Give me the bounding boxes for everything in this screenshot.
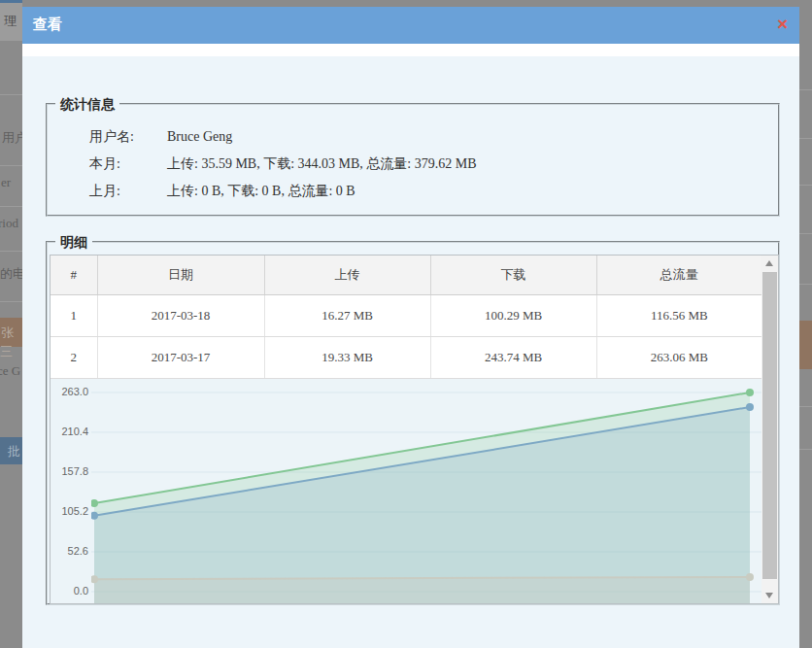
- traffic-table: #日期上传下载总流量 12017-03-1816.27 MB100.29 MB1…: [51, 256, 761, 379]
- background-text-fragment: riod: [0, 216, 18, 231]
- stat-label: 上月:: [89, 183, 167, 200]
- arrow-up-icon: [765, 260, 773, 266]
- row-divider: [0, 251, 22, 252]
- background-tab: 理: [0, 0, 22, 41]
- background-selected-row: 张三: [0, 318, 22, 347]
- stats-legend: 统计信息: [55, 96, 119, 114]
- table-cell: 116.56 MB: [596, 294, 761, 336]
- traffic-table-body: 12017-03-1816.27 MB100.29 MB116.56 MB220…: [51, 294, 761, 378]
- arrow-down-icon: [765, 593, 773, 598]
- table-cell: 100.29 MB: [430, 294, 596, 336]
- row-divider: [0, 301, 22, 302]
- scrollbar-thumb[interactable]: [762, 272, 777, 579]
- table-cell: 2017-03-17: [97, 336, 264, 378]
- stat-row-username: 用户名:Bruce Geng: [89, 128, 768, 148]
- dialog-body: 统计信息 用户名:Bruce Geng 本月:上传: 35.59 MB, 下载:…: [22, 44, 799, 648]
- row-divider: [799, 284, 812, 285]
- y-axis-tick-label: 210.4: [51, 426, 88, 437]
- column-header: 总流量: [596, 256, 761, 294]
- column-header: #: [51, 256, 97, 294]
- traffic-table-header: #日期上传下载总流量: [51, 256, 761, 294]
- details-legend: 明细: [55, 234, 92, 252]
- stat-value: 上传: 0 B, 下载: 0 B, 总流量: 0 B: [167, 184, 355, 198]
- row-divider: [799, 233, 812, 234]
- y-axis-tick-label: 263.0: [51, 386, 88, 397]
- table-cell: 263.06 MB: [596, 336, 761, 378]
- y-axis-tick-label: 157.8: [51, 465, 88, 477]
- details-fieldset: 明细 #日期上传下载总流量 12017-03-1816.27 MB100.29 …: [46, 241, 780, 605]
- view-dialog: 查看 × 统计信息 用户名:Bruce Geng 本月:上传: 35.59 MB…: [22, 7, 799, 648]
- stat-row-this-month: 本月:上传: 35.59 MB, 下载: 344.03 MB, 总流量: 379…: [89, 155, 768, 175]
- traffic-chart: 263.0210.4157.8105.252.60.0: [51, 379, 761, 603]
- stat-value: 上传: 35.59 MB, 下载: 344.03 MB, 总流量: 379.62…: [167, 156, 477, 171]
- stat-label: 用户名:: [89, 128, 167, 146]
- dialog-title: 查看: [33, 16, 62, 34]
- row-divider: [799, 406, 812, 407]
- row-divider: [0, 165, 22, 166]
- close-icon[interactable]: ×: [777, 15, 788, 34]
- row-divider: [799, 138, 812, 139]
- table-cell: 16.27 MB: [264, 294, 430, 336]
- traffic-chart-svg: [91, 379, 761, 603]
- table-cell: 2017-03-18: [97, 294, 264, 336]
- data-point-下载[interactable]: [746, 403, 754, 411]
- table-row[interactable]: 12017-03-1816.27 MB100.29 MB116.56 MB: [51, 294, 761, 336]
- background-text-fragment: er: [1, 175, 11, 190]
- scroll-up-button[interactable]: [761, 256, 778, 271]
- row-divider: [799, 89, 812, 90]
- table-cell: 2: [51, 336, 97, 378]
- y-axis-tick-label: 52.6: [51, 545, 88, 557]
- stats-fieldset: 统计信息 用户名:Bruce Geng 本月:上传: 35.59 MB, 下载:…: [46, 103, 780, 217]
- dialog-titlebar[interactable]: 查看 ×: [22, 7, 799, 44]
- stat-row-last-month: 上月:上传: 0 B, 下载: 0 B, 总流量: 0 B: [89, 183, 768, 202]
- background-batch-button: 批: [0, 437, 22, 464]
- details-panel: #日期上传下载总流量 12017-03-1816.27 MB100.29 MB1…: [50, 255, 779, 604]
- row-divider: [0, 94, 22, 95]
- table-cell: 19.33 MB: [264, 336, 430, 378]
- scroll-down-button[interactable]: [761, 588, 778, 603]
- vertical-scrollbar[interactable]: [761, 256, 778, 603]
- row-divider: [799, 185, 812, 186]
- data-point-总流量[interactable]: [746, 389, 754, 396]
- dialog-content: 统计信息 用户名:Bruce Geng 本月:上传: 35.59 MB, 下载:…: [22, 56, 799, 648]
- background-selected-row: [799, 321, 812, 369]
- data-point-上传[interactable]: [746, 573, 754, 581]
- table-cell: 1: [51, 294, 97, 336]
- background-page-left: 理 用户名 er riod 的电脑 张三 ce G 批: [0, 0, 22, 648]
- area-下载: [94, 407, 750, 603]
- background-text-fragment: 的电脑: [0, 265, 22, 283]
- table-row[interactable]: 22017-03-1719.33 MB243.74 MB263.06 MB: [51, 336, 761, 378]
- area-上传: [94, 577, 750, 603]
- background-text-fragment: 张三: [0, 325, 14, 358]
- chart-y-axis: 263.0210.4157.8105.252.60.0: [51, 379, 91, 603]
- background-page-right: [799, 0, 812, 648]
- column-header: 日期: [97, 256, 264, 294]
- row-divider: [799, 449, 812, 450]
- stat-value: Bruce Geng: [167, 129, 232, 144]
- stat-label: 本月:: [89, 155, 167, 173]
- y-axis-tick-label: 0.0: [51, 585, 88, 597]
- background-text-fragment: 用户名: [2, 129, 22, 147]
- table-cell: 243.74 MB: [430, 336, 596, 378]
- y-axis-tick-label: 105.2: [51, 505, 88, 517]
- row-divider: [0, 206, 22, 207]
- background-text-fragment: ce G: [0, 363, 20, 379]
- column-header: 上传: [264, 256, 430, 294]
- column-header: 下载: [430, 256, 596, 294]
